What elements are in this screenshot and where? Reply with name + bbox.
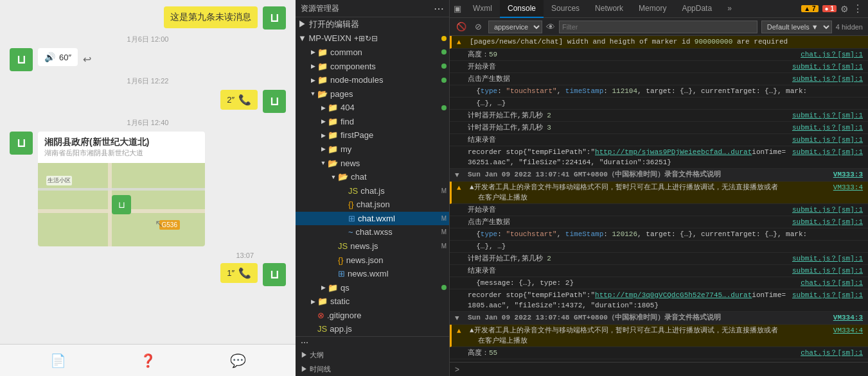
warn-icon-3: ▲ (457, 326, 467, 336)
tree-item-chat-wxml[interactable]: ⊞ chat.wxml M (296, 212, 449, 226)
tree-item-news-js[interactable]: JS news.js M (296, 239, 449, 253)
levels-select[interactable]: Default levels ▼ (761, 21, 832, 33)
entry-source[interactable]: chat.js？[sm]:1 (795, 49, 863, 60)
js-icon-news: JS (338, 241, 348, 251)
tree-item-news-wxml[interactable]: ⊞ news.wxml (296, 267, 449, 281)
explorer-title: 资源管理器 (301, 3, 339, 14)
tree-item-node-modules[interactable]: ▶ 📁 node-modules (296, 73, 449, 87)
mp-weixn-collapse-icon[interactable]: ⊟ (371, 34, 378, 43)
tree-item-404[interactable]: ▶ 📁 404 (296, 101, 449, 115)
console-entry-click-2: 点击产生数据 submit.js？[sm]:1 (450, 216, 868, 228)
filter-btn[interactable]: ⊘ (472, 21, 484, 33)
clear-btn[interactable]: 🚫 (455, 21, 468, 33)
wxss-icon-chat: ~ (348, 227, 353, 237)
js-icon-app: JS (317, 324, 327, 334)
tree-item-chat-folder[interactable]: ▼ 📂 chat (296, 170, 449, 184)
tree-item-my[interactable]: ▶ 📁 my (296, 142, 449, 157)
tree-item-components[interactable]: ▶ 📁 components (296, 59, 449, 73)
message-text: 这是第九条未读消息 (170, 12, 251, 22)
tab-network[interactable]: Network (587, 0, 631, 18)
tree-item-pages[interactable]: ▼ 📂 pages (296, 87, 449, 101)
console-entry-touch-2b: {…}, …} (450, 241, 868, 253)
mp-weixn-add-icon[interactable]: + (354, 34, 359, 43)
console-entry-height-1: 高度：59 chat.js？[sm]:1 (450, 49, 868, 61)
map-title: 湘阴县政府(新世纪大道北) (44, 137, 199, 148)
tree-item-app-js[interactable]: JS app.js (296, 322, 449, 336)
tab-sources[interactable]: Sources (544, 0, 587, 18)
json-icon-news: {} (338, 255, 344, 265)
common-badge (441, 49, 447, 55)
console-entry-endrecord-2: 结束录音 submit.js？[sm]:1 (450, 265, 868, 277)
tree-item-chat-js[interactable]: JS chat.js M (296, 184, 449, 198)
console-entry-message-type: {message: {…}, type: 2} chat.js？[sm]:1 (450, 277, 868, 289)
tab-wxml[interactable]: Wxml (465, 0, 500, 18)
console-prompt: > (455, 365, 459, 374)
tab-appdata[interactable]: AppData (674, 0, 720, 18)
voice-bubble-right-2[interactable]: 1″ 📞 (220, 263, 258, 283)
gitignore-icon: ⊗ (317, 311, 324, 320)
tab-console[interactable]: Console (500, 0, 544, 18)
tree-item-news-json[interactable]: {} news.json (296, 253, 449, 267)
chat-messages[interactable]: ⊔ 这是第九条未读消息 1月6日 12:00 ⊔ 🔊 60″ ↩ 1月6日 12… (0, 0, 296, 344)
wxml-icon-chat: ⊞ (348, 214, 355, 223)
explorer-footer: ⋯ (296, 336, 449, 348)
folder-icon-my: 📁 (328, 144, 338, 154)
voice-icon: 🔊 (44, 52, 55, 62)
filter-input[interactable] (559, 21, 757, 33)
chat-bottom-bar: 📄 ❓ 💬 (0, 344, 296, 376)
folder-icon-chat: 📂 (338, 172, 348, 182)
explorer-panel: 资源管理器 ⋯ ▶ 打开的编辑器 ▼ MP-WEIXN + ⊞ ↻ ⊟ ▶ 📁 … (296, 0, 450, 376)
tree-item-find[interactable]: ▶ 📁 find (296, 115, 449, 129)
tree-item-gitignore[interactable]: ⊗ .gitignore (296, 309, 449, 323)
voice-bubble-left[interactable]: 🔊 60″ (38, 48, 78, 66)
eye-icon[interactable]: 👁 (546, 22, 555, 32)
appservice-select[interactable]: appservice (488, 21, 542, 33)
folder-icon-news: 📂 (328, 158, 338, 168)
console-entry-warning-3: ▲ ▲开发者工具上的录音文件与移动端格式不同，暂时只可在工具上进行播放调试，无法… (450, 325, 868, 347)
mp-weixn-status-dot (441, 36, 447, 41)
console-input-row: > (450, 362, 868, 376)
more-icon[interactable]: ⋮ (853, 3, 863, 15)
console-entry-startrecord-2: 开始录音 submit.js？[sm]:1 (450, 204, 868, 216)
more-footer-btn[interactable]: ⋯ (301, 338, 308, 347)
folder-label-find: find (341, 117, 354, 126)
tab-more[interactable]: » (720, 0, 740, 18)
folder-label-news: news (341, 158, 360, 168)
tree-item-chat-wxss[interactable]: ~ chat.wxss M (296, 225, 449, 239)
explorer-more-btn[interactable]: ⋯ (434, 3, 444, 15)
message-row-3: ⊔ 🔊 60″ ↩ (10, 48, 286, 71)
chat-panel: ⊔ 这是第九条未读消息 1月6日 12:00 ⊔ 🔊 60″ ↩ 1月6日 12… (0, 0, 296, 376)
message-row-voice2: ⊔ 1″ 📞 (10, 263, 286, 286)
file-label-chat-js: chat.js (360, 186, 385, 196)
tree-item-chat-json[interactable]: {} chat.json (296, 198, 449, 212)
open-editors-label: ▶ 打开的编辑器 (298, 19, 359, 30)
file-icon[interactable]: 📄 (50, 353, 66, 368)
mp-weixn-new-icon[interactable]: ⊞ (359, 34, 365, 43)
console-entry-timer-1: 计时器开始工作,第几秒 2 submit.js？[sm]:1 (450, 110, 868, 122)
console-output[interactable]: ▲ [pages/news/chat/chat] width and heigt… (450, 36, 868, 362)
mp-weixn-refresh-icon[interactable]: ↻ (365, 34, 371, 43)
outline-section[interactable]: ▶ 大纲 (296, 348, 449, 363)
question-icon[interactable]: ❓ (140, 353, 156, 368)
devtools-device-icon[interactable]: ▣ (454, 4, 461, 13)
mp-weixn-section[interactable]: ▼ MP-WEIXN + ⊞ ↻ ⊟ (296, 31, 449, 46)
tree-item-common[interactable]: ▶ 📁 common (296, 46, 449, 60)
tab-memory[interactable]: Memory (631, 0, 674, 18)
folder-label-common: common (330, 47, 362, 57)
console-section-1: ▼ Sun Jan 09 2022 13:07:41 GMT+0800（中国标准… (450, 169, 868, 182)
open-editors-section[interactable]: ▶ 打开的编辑器 (296, 17, 449, 31)
voice-bubble-right[interactable]: 2″ 📞 (220, 90, 258, 110)
neighborhood-label: 生活小区 (46, 176, 72, 185)
chat-icon[interactable]: 💬 (230, 353, 246, 368)
folder-label-node: node-modules (330, 75, 383, 85)
tree-item-qs[interactable]: ▶ 📁 qs (296, 280, 449, 295)
tree-item-firstPage[interactable]: ▶ 📁 firstPage (296, 128, 449, 142)
settings-icon[interactable]: ⚙ (840, 4, 849, 14)
folder-icon-pages: 📂 (317, 89, 328, 99)
map-bubble[interactable]: 湘阴县政府(新世纪大道北) 湖南省岳阳市湘阴县新世纪大道 G536 ⊔ 生活小区 (38, 132, 205, 246)
tree-item-static[interactable]: ▶ 📁 static (296, 295, 449, 309)
outline-label: ▶ 大纲 (301, 350, 324, 360)
tree-item-news[interactable]: ▼ 📂 news (296, 156, 449, 170)
console-input[interactable] (463, 365, 863, 373)
timeline-section[interactable]: ▶ 时间线 (296, 362, 449, 376)
